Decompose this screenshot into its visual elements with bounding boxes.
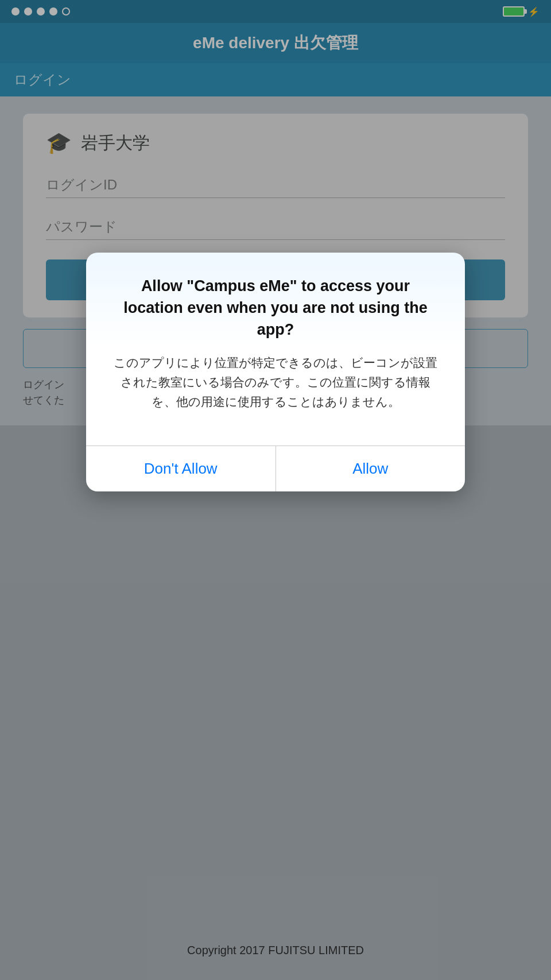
copyright: Copyright 2017 FUJITSU LIMITED [0, 944, 551, 957]
dialog-title: Allow "Campus eMe" to access your locati… [112, 276, 439, 340]
dialog-message: このアプリにより位置が特定できるのは、ビーコンが設置された教室にいる場合のみです… [112, 353, 439, 411]
dialog-body: Allow "Campus eMe" to access your locati… [86, 253, 465, 428]
dont-allow-button[interactable]: Don't Allow [86, 446, 276, 491]
dialog-overlay: Allow "Campus eMe" to access your locati… [0, 0, 551, 980]
location-permission-dialog: Allow "Campus eMe" to access your locati… [86, 253, 465, 491]
dialog-actions: Don't Allow Allow [86, 446, 465, 491]
allow-button[interactable]: Allow [276, 446, 465, 491]
